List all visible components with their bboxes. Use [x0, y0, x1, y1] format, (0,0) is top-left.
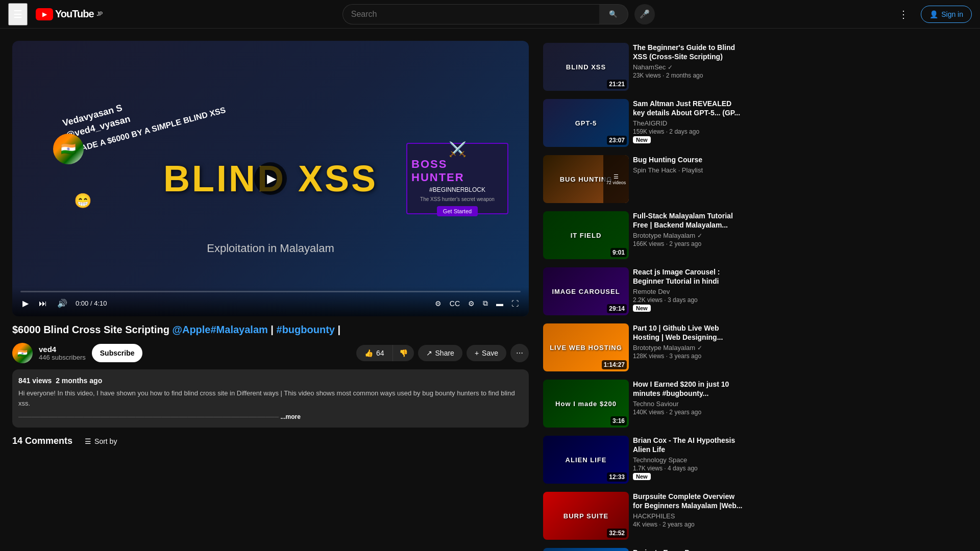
- sidebar-info: Projects Every Programmer Should Try The…: [633, 548, 745, 551]
- thumb-content: TRY THIS: [543, 548, 629, 551]
- sidebar-item[interactable]: IMAGE CAROUSEL 29:14 React js Image Caro…: [541, 265, 747, 317]
- sidebar-thumbnail: LIVE WEB HOSTING 1:14:27: [543, 323, 629, 371]
- sidebar-channel: Remote Dev: [633, 288, 745, 295]
- sidebar-item[interactable]: How I made $200 3:16 How I Earned $200 i…: [541, 378, 747, 430]
- sidebar-title: Projects Every Programmer Should Try: [633, 548, 745, 551]
- boss-hunter-subtitle: #BEGINNERBLOCK: [429, 186, 485, 193]
- bugbounty-link[interactable]: #bugbounty: [277, 324, 335, 335]
- verified-icon: ✓: [697, 344, 702, 352]
- sidebar-info: The Beginner's Guide to Blind XSS (Cross…: [633, 43, 745, 91]
- channel-subscribers: 446 subscribers: [39, 354, 86, 361]
- channel-name: HACKPHILES: [633, 512, 675, 520]
- channel-name: Remote Dev: [633, 288, 670, 295]
- sidebar-title: The Beginner's Guide to Blind XSS (Cross…: [633, 43, 745, 61]
- sidebar-title: Full-Stack Malayalam Tutorial Free | Bac…: [633, 211, 745, 230]
- volume-button[interactable]: 🔊: [55, 296, 69, 310]
- video-info: $6000 Blind Cross Site Scripting @Apple#…: [12, 316, 529, 469]
- get-started-button[interactable]: Get Started: [437, 206, 478, 216]
- sort-by-button[interactable]: ☰ Sort by: [85, 437, 117, 445]
- video-description: 841 views 2 months ago Hi everyone! In t…: [12, 369, 529, 428]
- verified-icon: ✓: [697, 232, 702, 239]
- sidebar-item[interactable]: ALIEN LIFE 12:33 Brian Cox - The AI Hypo…: [541, 434, 747, 486]
- youtube-logo[interactable]: YouTubeJP: [36, 8, 103, 20]
- emoji-overlay: 😁: [74, 192, 92, 209]
- sidebar-thumbnail: How I made $200 3:16: [543, 380, 629, 428]
- video-duration: 29:14: [607, 304, 627, 313]
- sidebar-thumbnail: TRY THIS: [543, 548, 629, 551]
- sidebar-meta: 1.7K views · 4 days ago: [633, 465, 745, 472]
- sidebar-item[interactable]: IT FIELD 9:01 Full-Stack Malayalam Tutor…: [541, 209, 747, 261]
- boss-hunter-title: BOSS HUNTER: [411, 158, 503, 184]
- sidebar: BLIND XSS 21:21 The Beginner's Guide to …: [541, 29, 755, 551]
- sort-label: Sort by: [94, 437, 117, 445]
- header-left: ☰ YouTubeJP: [8, 3, 103, 26]
- thumb-label: LIVE WEB HOSTING: [550, 344, 622, 352]
- apple-link[interactable]: @Apple: [172, 324, 210, 335]
- next-button[interactable]: ⏭: [37, 297, 49, 310]
- comments-header: 14 Comments ☰ Sort by: [12, 436, 529, 446]
- sidebar-item[interactable]: BLIND XSS 21:21 The Beginner's Guide to …: [541, 41, 747, 93]
- like-button[interactable]: 👍 64: [356, 345, 393, 361]
- subscribe-button[interactable]: Subscribe: [92, 344, 143, 362]
- save-button[interactable]: + Save: [467, 345, 506, 361]
- sidebar-title: Part 10 | Github Live Web Hosting | Web …: [633, 323, 745, 342]
- progress-bar[interactable]: [20, 291, 521, 292]
- sidebar-item[interactable]: LIVE WEB HOSTING 1:14:27 Part 10 | Githu…: [541, 321, 747, 373]
- thumb-label: GPT-5: [575, 119, 597, 127]
- sidebar-info: Part 10 | Github Live Web Hosting | Web …: [633, 323, 745, 371]
- sidebar-item[interactable]: BUG HUNTING ☰ 72 videos Bug Hunting Cour…: [541, 153, 747, 205]
- video-overlay-text: Vedavyasan S @ved4_vyasan I MADE A $6000…: [61, 76, 227, 157]
- hamburger-button[interactable]: ☰: [8, 3, 28, 26]
- malayalam-link[interactable]: #Malayalam: [211, 324, 268, 335]
- share-button[interactable]: ↗ Share: [418, 345, 462, 361]
- header-right: ⋮ 👤 Sign in: [894, 4, 972, 24]
- search-button[interactable]: 🔍: [599, 4, 628, 24]
- sort-icon: ☰: [85, 437, 91, 445]
- show-more-button[interactable]: ...more: [280, 413, 300, 420]
- boss-symbol: ⚔️: [449, 141, 467, 158]
- video-duration: 23:07: [607, 136, 627, 145]
- action-row: 🇮🇳 ved4 446 subscribers Subscribe 👍 64: [12, 343, 529, 363]
- search-icon: 🔍: [609, 10, 618, 18]
- sign-in-button[interactable]: 👤 Sign in: [921, 6, 972, 23]
- theater-button[interactable]: ▬: [494, 297, 505, 310]
- channel-name: Techno Saviour: [633, 400, 679, 408]
- sidebar-thumbnail: GPT-5 23:07: [543, 99, 629, 147]
- video-content: Vedavyasan S @ved4_vyasan I MADE A $6000…: [12, 41, 529, 316]
- channel-name[interactable]: ved4: [39, 345, 86, 354]
- sidebar-thumbnail: BLIND XSS 21:21: [543, 43, 629, 91]
- dislike-button[interactable]: 👎: [393, 345, 414, 361]
- autoplay-button[interactable]: ⚙: [433, 297, 444, 310]
- more-options-button[interactable]: ⋮: [894, 4, 913, 24]
- sidebar-meta: 140K views · 2 years ago: [633, 409, 745, 416]
- fullscreen-button[interactable]: ⛶: [509, 297, 521, 310]
- sidebar-info: Sam Altman Just REVEALED key details Abo…: [633, 99, 745, 147]
- like-dislike-group: 👍 64 👎: [356, 345, 414, 361]
- video-duration: 32:52: [607, 529, 627, 538]
- like-icon: 👍: [364, 349, 373, 357]
- sidebar-info: React js Image Carousel : Beginner Tutor…: [633, 267, 745, 315]
- more-actions-button[interactable]: ⋯: [510, 344, 529, 362]
- mic-button[interactable]: 🎤: [634, 4, 655, 24]
- thumb-label: BURP SUITE: [564, 512, 609, 520]
- play-button[interactable]: [254, 162, 287, 195]
- sidebar-meta: 23K views · 2 months ago: [633, 72, 745, 79]
- play-pause-button[interactable]: ▶: [20, 296, 31, 310]
- search-input[interactable]: [342, 4, 599, 24]
- sidebar-item[interactable]: BURP SUITE 32:52 Burpsuite Complete Over…: [541, 490, 747, 542]
- youtube-play-icon: [36, 8, 53, 20]
- channel-avatar[interactable]: 🇮🇳: [12, 343, 33, 363]
- boss-hunter-overlay: ⚔️ BOSS HUNTER #BEGINNERBLOCK The XSS hu…: [406, 143, 508, 214]
- video-player[interactable]: Vedavyasan S @ved4_vyasan I MADE A $6000…: [12, 41, 529, 316]
- sidebar-channel: HACKPHILES: [633, 512, 745, 520]
- sidebar-item[interactable]: GPT-5 23:07 Sam Altman Just REVEALED key…: [541, 97, 747, 149]
- sidebar-item[interactable]: TRY THIS Projects Every Programmer Shoul…: [541, 546, 747, 551]
- video-duration: 21:21: [607, 80, 627, 89]
- share-icon: ↗: [426, 349, 432, 357]
- mic-icon: 🎤: [640, 9, 650, 19]
- captions-button[interactable]: CC: [448, 297, 462, 310]
- comments-section: 14 Comments ☰ Sort by: [12, 428, 529, 463]
- settings-button[interactable]: ⚙: [466, 297, 477, 310]
- miniplayer-button[interactable]: ⧉: [481, 297, 490, 310]
- time-display: 0:00 / 4:10: [76, 299, 107, 307]
